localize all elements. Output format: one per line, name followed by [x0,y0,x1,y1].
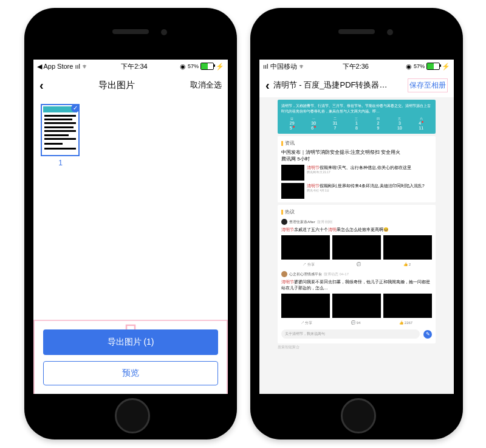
svg-rect-1 [44,115,76,117]
svg-rect-6 [44,134,69,136]
svg-rect-9 [44,148,76,150]
battery-icon [200,63,214,70]
recording-icon: ◉ [406,63,412,71]
status-bar: ◀ App Store ııl ᯤ 下午2:34 ◉ 57% ⚡ [33,60,228,73]
deselect-all-button[interactable]: 取消全选 [190,80,222,91]
comment-input[interactable]: 关于清明节，我来说两句 [281,329,420,339]
carrier-label: 中国移动 [270,62,297,71]
post-text[interactable]: 清明节亲戚送了五六十个清明果怎么怎么处效率更高啊😆 [281,227,432,233]
home-button[interactable] [115,398,150,433]
back-button[interactable]: ‹ [265,78,270,92]
document-preview[interactable]: 清明节，又称踏青节、行清节、三月节、祭祖节等。节期在仲春与暮春之交。清明节源自上… [259,97,454,394]
nav-bar: ‹ 导出图片 取消全选 [33,73,228,98]
svg-rect-4 [44,126,74,128]
status-time: 下午2:34 [121,62,147,71]
svg-rect-2 [44,119,72,120]
charging-icon: ⚡ [216,63,224,71]
calendar-widget: 日 一 二 三 四 五 六 29 30 31 1 2 3 4 5 [281,117,432,130]
thumbnail-preview[interactable]: ✓ [41,104,80,156]
thumbnail-number: 1 [41,159,80,167]
svg-rect-7 [44,138,76,140]
battery-percent: 57% [188,63,199,69]
wifi-icon: ᯤ [299,63,306,70]
comment-bar: 关于清明节，我来说两句 ✎ [281,329,432,339]
phone-mock-right: ııl 中国移动 ᯤ 下午2:36 ◉ 57% ⚡ ‹ 清明节 - 百度_迅捷P… [250,8,463,439]
comment-button[interactable]: 💬 94 [351,320,360,326]
avatar [281,219,287,225]
footer-text: 搜索智能聚合 [278,345,436,350]
hot-card: 热议 查理佳家条After 微博 刚刚 清明节亲戚送了五六十个清明果怎么怎么处效… [278,205,436,343]
signal-icon: ııl [75,63,80,70]
thumbnail-grid: ✓ 1 [33,98,228,173]
status-bar: ııl 中国移动 ᯤ 下午2:36 ◉ 57% ⚡ [259,60,454,73]
reaction-bar: ↗ 分享 💬 94 👍 2267 [281,320,432,326]
post-text[interactable]: 清明节婆婆问我要不要回去扫墓，我很奇怪，他儿子正和我闹离婚，她一问都是站在儿子那… [281,279,432,291]
page-title: 导出图片 [44,80,190,91]
news-thumbnail [281,183,304,199]
status-time: 下午2:36 [343,62,369,71]
news-headline[interactable]: 中国发布｜清明节消防安全提示:注意文明祭扫 安全用火 腾讯网 5小时 [281,149,432,162]
news-item[interactable]: 清明节假期刚到,世界却传来4条坏消息,美德法印同时陷入混乱?腾讯书社 4月1日 [281,183,432,199]
section-title-hot: 热议 [281,208,432,215]
news-card: 资讯 中国发布｜清明节消防安全提示:注意文明祭扫 安全用火 腾讯网 5小时 清明… [278,136,436,202]
checkmark-icon: ✓ [71,104,80,112]
phone-speaker [112,29,149,34]
reaction-bar: ↗ 分享 💬 👍 2 [281,262,432,267]
like-button[interactable]: 👍 2 [403,262,411,267]
charging-icon: ⚡ [442,63,450,71]
battery-percent: 57% [414,63,425,69]
like-button[interactable]: 👍 2267 [399,320,412,326]
thumbnail-item[interactable]: ✓ 1 [41,104,80,167]
recording-icon: ◉ [180,63,186,71]
svg-rect-3 [44,122,76,124]
preview-button[interactable]: 预览 [43,361,218,385]
screen-right: ııl 中国移动 ᯤ 下午2:36 ◉ 57% ⚡ ‹ 清明节 - 百度_迅捷P… [259,60,454,394]
back-button[interactable]: ‹ [39,78,44,92]
phone-camera [161,29,167,35]
svg-rect-8 [44,143,63,145]
phone-mock-left: ◀ App Store ııl ᯤ 下午2:34 ◉ 57% ⚡ ‹ 导出图片 … [24,8,237,439]
banner-description: 清明节，又称踏青节、行清节、三月节、祭祖节等。节期在仲春与暮春之交。清明节源自上… [281,103,432,114]
share-button[interactable]: ↗ 分享 [301,320,313,326]
avatar [281,271,287,277]
news-item[interactable]: 清明节清明节假期来啦!天气、出行各种信息,你关心的都在这里假期来啦!天气、出行各… [281,165,432,181]
phone-speaker [338,29,375,34]
battery-icon [426,63,440,70]
home-button[interactable] [341,398,376,433]
share-button[interactable]: ↗ 分享 [303,262,315,267]
export-button[interactable]: 导出图片 (1) [43,329,218,355]
user-row[interactable]: 查理佳家条After 微博 刚刚 [281,219,432,225]
back-to-app[interactable]: ◀ App Store [37,63,73,71]
signal-icon: ııl [263,63,269,70]
wifi-icon: ᯤ [82,63,89,70]
user-row[interactable]: 心之初心理情感平台 微博动态 04-17 [281,271,432,277]
comment-button[interactable]: 💬 [357,262,361,267]
write-button[interactable]: ✎ [423,330,432,339]
news-thumbnail [281,165,304,181]
section-title-news: 资讯 [281,140,432,146]
image-row[interactable] [281,235,432,260]
bottom-button-panel: 导出图片 (1) 预览 [33,320,228,394]
nav-bar: ‹ 清明节 - 百度_迅捷PDF转换器… 保存至相册 [259,73,454,98]
phone-camera [387,29,393,35]
save-to-album-button[interactable]: 保存至相册 [408,78,448,92]
image-row[interactable] [281,294,432,318]
page-title: 清明节 - 百度_迅捷PDF转换器… [270,80,408,91]
screen-left: ◀ App Store ııl ᯤ 下午2:34 ◉ 57% ⚡ ‹ 导出图片 … [33,60,228,394]
info-banner: 清明节，又称踏青节、行清节、三月节、祭祖节等。节期在仲春与暮春之交。清明节源自上… [278,100,436,134]
svg-rect-5 [44,130,76,132]
